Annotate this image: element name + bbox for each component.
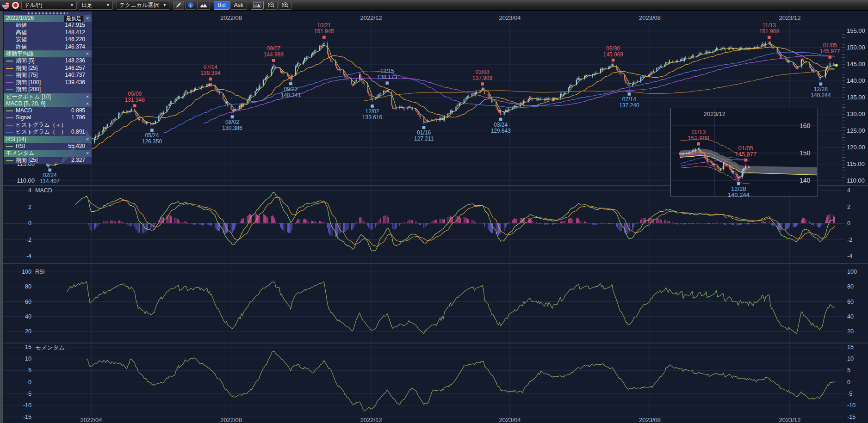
indicator-tick-label: 100 — [847, 269, 857, 275]
info-button[interactable]: i — [185, 1, 196, 10]
price-tick-label: 135.00 — [847, 94, 865, 101]
date-axis-label: 2022/12 — [360, 14, 382, 21]
indicator-tick-label: 4 — [847, 187, 850, 194]
indicator-tick-label: 40 — [847, 313, 854, 320]
indicator-row-value: -0.891 — [69, 129, 85, 136]
us-flag-icon — [2, 1, 10, 9]
indicator-row-value: 146.220 — [65, 36, 85, 43]
indicator-tick-label: -2 — [26, 237, 31, 243]
latest-candle-badge: 最新足 — [64, 15, 84, 22]
annotation-date: 03/24 — [494, 122, 508, 128]
timeframe-select[interactable]: 日足 ▼ — [79, 1, 113, 10]
indicator-row: 期間 [25]2.327 — [4, 157, 92, 164]
indicator-tick-label: 0 — [28, 220, 31, 227]
current-price-dot — [835, 64, 838, 67]
annotation-price: 137.240 — [619, 102, 639, 109]
window-edge — [0, 11, 3, 423]
close-indicator-button[interactable]: × — [85, 93, 90, 100]
indicator-row: 始値147.915 — [4, 22, 92, 29]
chevron-down-icon: ▼ — [102, 3, 110, 7]
sub-chart-button[interactable] — [251, 1, 264, 10]
info-panel[interactable]: 2022/10/26最新足×始値147.915高値148.412安値146.22… — [4, 12, 92, 164]
indicator-tick-label: -4 — [847, 253, 852, 259]
line-color-swatch — [6, 61, 13, 61]
bottom-marker — [371, 104, 374, 108]
draw-tool-button[interactable] — [173, 1, 184, 10]
indicator-row-label: 期間 [25] — [16, 157, 37, 163]
indicator-group-header: 2022/10/26最新足× — [4, 15, 92, 22]
indicator-tick-label: 5 — [28, 367, 31, 374]
indicator-row-label: Signal — [16, 114, 31, 121]
price-tick-label: 155.00 — [847, 27, 865, 34]
peak-marker — [322, 36, 326, 39]
indicator-row-label: 高値 — [16, 29, 27, 36]
close-indicator-button[interactable]: × — [85, 100, 90, 107]
indicator-tick-label: 2 — [28, 204, 31, 210]
annotation-date: 07/14 — [622, 96, 636, 103]
price-tick-label: 110.00 — [847, 177, 865, 184]
indicator-tick-label: -4 — [26, 253, 31, 259]
indicator-row: ヒストグラム（＋） — [4, 122, 92, 129]
chart-style-button[interactable] — [197, 1, 210, 10]
zoom-in-y-button[interactable] — [279, 1, 291, 10]
chart-canvas[interactable]: 155.00150.00145.00140.00135.00130.00125.… — [0, 0, 868, 423]
bottom-marker — [627, 92, 631, 96]
indicator-row: 高値148.412 — [4, 29, 92, 37]
indicator-tick-label: 15 — [25, 344, 31, 350]
date-axis-label: 2022/08 — [220, 14, 242, 21]
close-indicator-button[interactable]: × — [85, 150, 90, 157]
zoom-out-y-icon — [267, 2, 275, 8]
peak-marker — [133, 104, 136, 107]
date-axis-label: 2023/12 — [779, 14, 801, 21]
annotation-price: 151.945 — [314, 28, 335, 35]
indicator-row-value: 1.786 — [71, 114, 85, 122]
date-axis-label: 2022/08 — [220, 417, 242, 423]
annotation-price: 140.244 — [811, 92, 831, 98]
pair-select[interactable]: ドル/円 ▼ — [21, 1, 77, 10]
zoom-out-y-button[interactable] — [265, 1, 278, 10]
annotation-price: 133.616 — [362, 114, 383, 121]
close-indicator-button[interactable]: × — [85, 15, 90, 22]
annotation-date: 05/09 — [128, 91, 142, 97]
annotation-date: 12/28 — [814, 86, 828, 92]
indicator-tick-label: 15 — [847, 344, 854, 350]
date-axis-label: 2023/08 — [639, 417, 661, 423]
bid-label: Bid — [217, 2, 225, 8]
indicator-group-header: ピークボトム [10]× — [4, 93, 92, 100]
ask-toggle[interactable]: Ask — [230, 1, 247, 10]
peak-marker — [612, 59, 615, 62]
date-axis-label: 2023/04 — [499, 14, 521, 21]
annotation-price: 138.173 — [377, 74, 397, 80]
indicator-tick-label: 40 — [25, 313, 31, 320]
bid-toggle[interactable]: Bid — [214, 1, 229, 10]
close-indicator-button[interactable]: × — [85, 136, 90, 143]
zoom-in-y-icon — [281, 2, 289, 8]
indicator-row-value: 0.895 — [71, 107, 85, 115]
indicator-tick-label: 100 — [22, 269, 31, 275]
annotation-date: 10/21 — [317, 22, 331, 29]
line-color-swatch — [6, 117, 13, 118]
indicator-row-value: 139.436 — [65, 79, 85, 86]
indicator-tick-label: -15 — [23, 414, 31, 420]
annotation-price: 129.643 — [490, 128, 511, 134]
line-color-swatch — [6, 68, 13, 69]
indicator-tick-label: -5 — [847, 391, 852, 397]
indicator-row-value: 55.420 — [68, 143, 85, 150]
date-axis-label: 2022/12 — [360, 417, 382, 423]
line-color-swatch — [6, 75, 13, 76]
indicator-tick-label: 80 — [25, 283, 31, 290]
indicator-row-label: 安値 — [16, 36, 27, 43]
annotation-date: 05/24 — [145, 132, 159, 139]
annotation-date: 03/08 — [475, 69, 489, 75]
annotation-date: 08/02 — [225, 119, 239, 125]
annotation-date: 09/07 — [267, 45, 280, 52]
indicator-row-value: 2.327 — [71, 157, 85, 164]
technical-select-button[interactable]: テクニカル選択 ▼ — [117, 1, 169, 10]
panel-drag-handle[interactable] — [4, 12, 92, 15]
price-tick-label: 110.00 — [17, 177, 35, 184]
indicator-tick-label: 20 — [847, 328, 854, 335]
indicator-group-header: モメンタム× — [4, 150, 92, 157]
indicator-row: 期間 [5]148.236 — [4, 57, 92, 65]
indicator-row: ヒストグラム（－）-0.891 — [4, 129, 92, 136]
close-indicator-button[interactable]: × — [85, 50, 90, 57]
